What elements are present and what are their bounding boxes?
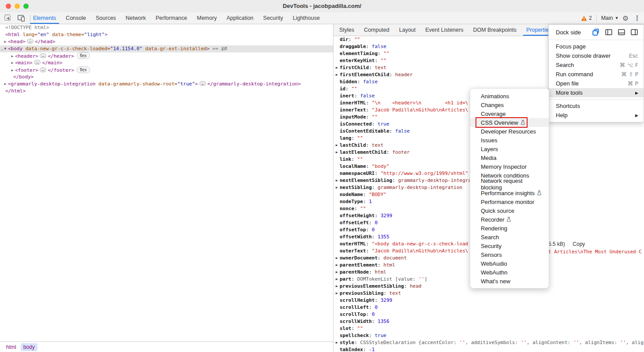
property-row[interactable]: ▶previousSibling: text bbox=[340, 290, 644, 297]
menu-item-focus-page[interactable]: Focus page bbox=[549, 42, 644, 51]
menu-item-show-console-drawer[interactable]: Show console drawerEsc bbox=[549, 51, 644, 60]
sidebar-tab-layout[interactable]: Layout bbox=[394, 24, 421, 36]
menu-item-help[interactable]: Help▶ bbox=[549, 111, 644, 120]
hidden-elements-marker: … bbox=[1, 45, 4, 52]
sidebar-tab-styles[interactable]: Styles bbox=[334, 24, 359, 36]
submenu-item-media[interactable]: Media bbox=[470, 153, 549, 162]
dock-left-icon[interactable] bbox=[604, 27, 614, 37]
submenu-item-sensors[interactable]: Sensors bbox=[470, 250, 549, 259]
tree-row[interactable]: ▶<footer>…</footer>flex bbox=[0, 67, 333, 74]
undock-icon[interactable] bbox=[591, 27, 601, 37]
tree-row[interactable]: ▶<head>…</head> bbox=[0, 38, 333, 45]
flex-badge[interactable]: flex bbox=[77, 52, 90, 59]
expand-arrow-icon[interactable]: ▶ bbox=[336, 71, 338, 78]
expand-arrow-icon[interactable]: ▶ bbox=[10, 59, 15, 67]
expand-arrow-icon[interactable]: ▶ bbox=[336, 283, 338, 290]
tree-row[interactable]: </body> bbox=[0, 74, 333, 81]
tab-sources[interactable]: Sources bbox=[91, 12, 121, 24]
expand-arrow-icon[interactable]: ▶ bbox=[336, 339, 338, 346]
tree-row[interactable]: </html> bbox=[0, 88, 333, 95]
tree-row[interactable]: ▶<header>…</header>flex bbox=[0, 52, 333, 59]
submenu-item-memory-inspector[interactable]: Memory Inspector bbox=[470, 162, 549, 171]
expand-arrow-icon[interactable]: ▶ bbox=[336, 276, 338, 283]
submenu-item-animations[interactable]: Animations bbox=[470, 92, 549, 100]
submenu-item-label: Rendering bbox=[481, 225, 507, 232]
submenu-item-performance-monitor[interactable]: Performance monitor bbox=[470, 197, 549, 206]
expand-arrow-icon[interactable]: ▶ bbox=[3, 38, 8, 45]
expand-arrow-icon[interactable]: ▶ bbox=[336, 184, 338, 191]
submenu-item-webaudio[interactable]: WebAudio bbox=[470, 259, 549, 268]
tab-network[interactable]: Network bbox=[121, 12, 151, 24]
menu-item-run-command[interactable]: Run command⌘ ⇧ P bbox=[549, 70, 644, 79]
submenu-item-layers[interactable]: Layers bbox=[470, 145, 549, 153]
tree-row[interactable]: ▶<main>…</main> bbox=[0, 59, 333, 67]
tree-row[interactable]: <html lang="en" data-theme="light"> bbox=[0, 31, 333, 38]
expand-arrow-icon[interactable]: ▶ bbox=[336, 142, 338, 149]
breadcrumb-html[interactable]: html bbox=[4, 343, 19, 351]
tab-application[interactable]: Application bbox=[221, 12, 258, 24]
submenu-item-quick-source[interactable]: Quick source bbox=[470, 206, 549, 215]
menu-item-search[interactable]: Search⌘ ⌥ F bbox=[549, 60, 644, 70]
main-context-selector[interactable]: Main ▼ bbox=[601, 15, 619, 21]
expand-arrow-icon[interactable]: ▶ bbox=[336, 290, 338, 297]
tab-performance[interactable]: Performance bbox=[151, 12, 192, 24]
expand-arrow-icon[interactable]: ▶ bbox=[336, 177, 338, 184]
submenu-item-developer-resources[interactable]: Developer Resources bbox=[470, 127, 549, 136]
expand-arrow-icon[interactable]: ▶ bbox=[3, 81, 8, 88]
tree-row[interactable]: …▼<body data-new-gr-c-s-check-loaded="14… bbox=[0, 45, 333, 52]
submenu-item-performance-insights[interactable]: Performance insights bbox=[470, 189, 549, 197]
property-value: text bbox=[372, 142, 384, 148]
submenu-item-network-request-blocking[interactable]: Network request blocking bbox=[470, 180, 549, 189]
breadcrumb-body[interactable]: body bbox=[21, 343, 37, 351]
submenu-item-recorder[interactable]: Recorder bbox=[470, 215, 549, 224]
expand-arrow-icon[interactable]: ▶ bbox=[336, 269, 338, 276]
menu-item-more-tools[interactable]: More tools▶ bbox=[549, 88, 644, 97]
expand-arrow-icon[interactable]: ▶ bbox=[10, 53, 15, 60]
issues-counter[interactable]: 2 bbox=[581, 15, 592, 21]
submenu-item-security[interactable]: Security bbox=[470, 241, 549, 250]
flex-badge[interactable]: flex bbox=[77, 67, 90, 73]
ellipsis-button[interactable]: … bbox=[34, 60, 41, 65]
submenu-item-issues[interactable]: Issues bbox=[470, 136, 549, 145]
tab-console[interactable]: Console bbox=[61, 12, 91, 24]
tab-lighthouse[interactable]: Lighthouse bbox=[288, 12, 325, 24]
tree-row[interactable]: <!DOCTYPE html> bbox=[0, 24, 333, 31]
sidebar-tab-event-listeners[interactable]: Event Listeners bbox=[420, 24, 468, 36]
submenu-item-search[interactable]: Search bbox=[470, 233, 549, 241]
tab-security[interactable]: Security bbox=[258, 12, 288, 24]
tree-row[interactable]: ▶<grammarly-desktop-integration data-gra… bbox=[0, 81, 333, 88]
property-value: "Jacob Padilla\nGithub\nArticles\ bbox=[372, 248, 468, 254]
ellipsis-button[interactable]: … bbox=[40, 53, 46, 58]
device-toolbar-icon[interactable] bbox=[16, 13, 26, 23]
tab-elements[interactable]: Elements bbox=[28, 12, 61, 24]
inspect-icon[interactable] bbox=[3, 13, 13, 23]
ellipsis-button[interactable]: … bbox=[40, 67, 46, 72]
ellipsis-button[interactable]: … bbox=[199, 81, 206, 86]
expand-arrow-icon[interactable]: ▶ bbox=[336, 262, 338, 269]
tab-memory[interactable]: Memory bbox=[192, 12, 221, 24]
dock-bottom-icon[interactable] bbox=[617, 27, 626, 37]
expand-arrow-icon[interactable]: ▶ bbox=[336, 149, 338, 156]
sidebar-tab-computed[interactable]: Computed bbox=[359, 24, 394, 36]
property-row[interactable]: ▶style: CSSStyleDeclaration {accentColor… bbox=[340, 339, 644, 346]
dock-right-icon[interactable] bbox=[629, 27, 639, 37]
menu-item-open-file[interactable]: Open file⌘ P bbox=[549, 79, 644, 88]
submenu-item-what-s-new[interactable]: What's new bbox=[470, 277, 549, 285]
submenu-item-webauthn[interactable]: WebAuthn bbox=[470, 268, 549, 277]
expand-arrow-icon[interactable]: ▶ bbox=[10, 67, 15, 74]
expand-arrow-icon[interactable]: ▶ bbox=[336, 255, 338, 262]
property-value: text bbox=[374, 65, 386, 70]
property-name: slot bbox=[340, 326, 352, 331]
kebab-menu-icon[interactable]: ⋮ bbox=[632, 14, 642, 22]
property-value: true bbox=[374, 333, 386, 338]
menu-item-shortcuts[interactable]: Shortcuts bbox=[549, 101, 644, 111]
submenu-item-css-overview[interactable]: CSS Overview bbox=[470, 118, 549, 127]
submenu-item-coverage[interactable]: Coverage bbox=[470, 109, 549, 118]
copy-link[interactable]: Copy bbox=[573, 241, 585, 247]
gear-icon[interactable]: ⚙ bbox=[622, 14, 629, 22]
expand-arrow-icon[interactable]: ▶ bbox=[336, 64, 338, 71]
sidebar-tab-dom-breakpoints[interactable]: DOM Breakpoints bbox=[468, 24, 521, 36]
submenu-item-changes[interactable]: Changes bbox=[470, 100, 549, 109]
submenu-item-rendering[interactable]: Rendering bbox=[470, 224, 549, 233]
ellipsis-button[interactable]: … bbox=[27, 39, 34, 44]
